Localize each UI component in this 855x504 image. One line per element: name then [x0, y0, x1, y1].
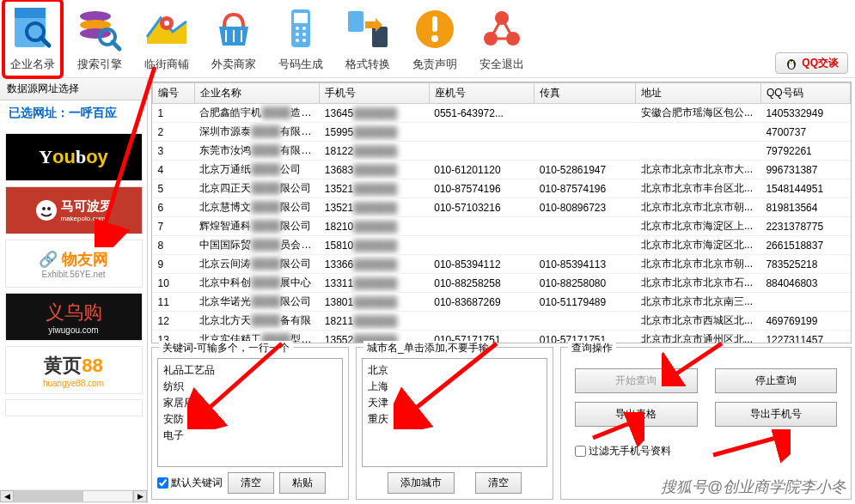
- list-item[interactable]: 礼品工艺品: [162, 362, 339, 379]
- add-city-button[interactable]: 添加城市: [388, 472, 455, 494]
- tool-format-convert[interactable]: 格式转换: [342, 3, 394, 74]
- toolbar-label: 号码生成: [278, 57, 323, 72]
- column-header[interactable]: 编号: [153, 83, 195, 104]
- svg-point-35: [790, 61, 791, 63]
- toolbar-label: 企业名录: [10, 57, 55, 72]
- svg-rect-23: [372, 27, 388, 47]
- tool-disclaimer[interactable]: 免责声明: [409, 3, 461, 74]
- svg-point-21: [302, 39, 306, 42]
- main-toolbar: 企业名录 搜索引擎 临街商铺 外卖商家 号码生成 格式转换 免责声明: [0, 0, 855, 78]
- filter-no-phone-checkbox[interactable]: 过滤无手机号资料: [566, 444, 846, 458]
- default-keywords-checkbox[interactable]: 默认关键词: [157, 476, 223, 490]
- tool-takeout-merchants[interactable]: 外卖商家: [208, 3, 260, 74]
- sidebar-scrollbar[interactable]: ◀ ▶: [0, 489, 147, 503]
- keywords-listbox[interactable]: 礼品工艺品纺织家居用品安防电子: [157, 358, 343, 467]
- toolbar-label: 免责声明: [412, 57, 457, 72]
- exit-icon: [478, 5, 526, 53]
- list-item[interactable]: 天津: [366, 395, 543, 411]
- toolbar-label: 搜索引擎: [77, 57, 122, 72]
- table-row[interactable]: 10北京中科创████展中心13311██████010-88258258010…: [153, 274, 851, 293]
- svg-point-16: [296, 27, 299, 30]
- svg-line-8: [113, 42, 119, 49]
- phone-icon: [277, 5, 325, 53]
- source-huangye88[interactable]: 黄页88huangye88.com: [5, 346, 143, 394]
- toolbar-label: 格式转换: [345, 57, 390, 72]
- table-row[interactable]: 6北京慧博文████限公司13521██████010-57103216010-…: [153, 198, 851, 217]
- table-row[interactable]: 3东莞市汝鸿████有限公司18122██████79792261: [153, 142, 851, 161]
- start-query-button[interactable]: 开始查询: [575, 368, 698, 393]
- scroll-right-icon[interactable]: ▶: [133, 490, 147, 502]
- toolbar-label: 外卖商家: [211, 57, 256, 72]
- table-row[interactable]: 11北京华诺光████限公司13801██████010-83687269010…: [153, 293, 851, 312]
- column-header[interactable]: 座机号: [429, 83, 534, 104]
- svg-rect-25: [432, 16, 437, 32]
- table-row[interactable]: 5北京四正天████限公司13521██████010-87574196010-…: [153, 179, 851, 198]
- content-area: 编号企业名称手机号座机号传真地址QQ号码 1合肥鑫皓宇机████造有限...13…: [148, 78, 855, 503]
- table-row[interactable]: 1合肥鑫皓宇机████造有限...13645██████0551-643972.…: [153, 104, 851, 123]
- source-more[interactable]: [5, 399, 143, 416]
- column-header[interactable]: 传真: [534, 83, 636, 104]
- stack-search-icon: [76, 5, 124, 53]
- svg-point-40: [47, 207, 51, 210]
- scroll-left-icon[interactable]: ◀: [0, 490, 14, 502]
- source-yiwugou[interactable]: 义乌购yiwugou.com: [5, 293, 143, 341]
- qq-chat-button[interactable]: QQ交谈: [775, 52, 848, 74]
- tool-search-engine[interactable]: 搜索引擎: [74, 3, 125, 74]
- clear-cities-button[interactable]: 清空: [475, 472, 522, 494]
- table-row[interactable]: 9北京云间涛████限公司13366██████010-85394112010-…: [153, 255, 851, 274]
- list-item[interactable]: 重庆: [366, 411, 543, 428]
- list-item[interactable]: 安防: [162, 411, 339, 428]
- column-header[interactable]: 企业名称: [194, 83, 319, 104]
- tool-safe-exit[interactable]: 安全退出: [476, 3, 528, 74]
- tool-street-shops[interactable]: 临街商铺: [141, 3, 192, 74]
- cities-listbox[interactable]: 北京上海天津重庆: [362, 358, 547, 467]
- tool-number-generate[interactable]: 号码生成: [275, 3, 327, 74]
- list-item[interactable]: 纺织: [162, 379, 339, 395]
- export-table-button[interactable]: 导出表格: [575, 402, 698, 427]
- panel-title: 查询操作: [568, 341, 616, 355]
- sidebar-header: 数据源网址选择: [0, 78, 147, 100]
- svg-rect-22: [348, 11, 363, 32]
- source-list: Youboy 马可波罗makepolo.com 🔗 物友网Exhibit.56Y…: [0, 126, 147, 489]
- toolbar-label: 临街商铺: [144, 57, 189, 72]
- svg-point-34: [789, 62, 794, 69]
- tool-enterprise-directory[interactable]: 企业名录: [2, 0, 64, 79]
- panel-title: 城市名_单击添加,不要手输: [363, 341, 492, 355]
- svg-point-36: [792, 61, 794, 63]
- svg-point-10: [164, 21, 169, 26]
- svg-point-39: [42, 207, 46, 210]
- source-56ye[interactable]: 🔗 物友网Exhibit.56YE.net: [5, 240, 143, 288]
- basket-icon: [210, 5, 258, 53]
- clear-keywords-button[interactable]: 清空: [228, 472, 274, 494]
- table-row[interactable]: 12北京北方天████备有限18211██████北京市北京市西城区北...46…: [153, 312, 851, 331]
- list-item[interactable]: 家居用品: [162, 395, 339, 411]
- svg-rect-15: [294, 13, 308, 23]
- column-header[interactable]: 手机号: [320, 83, 429, 104]
- table-row[interactable]: 4北京万通纸████公司13683██████010-61201120010-5…: [153, 161, 851, 179]
- export-phone-button[interactable]: 导出手机号: [715, 402, 838, 427]
- table-row[interactable]: 7辉煌智通科████限公司18210██████北京市北京市海淀区上...223…: [153, 217, 851, 236]
- column-header[interactable]: 地址: [636, 83, 760, 104]
- svg-point-26: [431, 35, 438, 42]
- document-search-icon: [9, 5, 57, 53]
- svg-point-18: [296, 33, 299, 36]
- source-youboy[interactable]: Youboy: [5, 133, 143, 181]
- svg-point-37: [791, 63, 793, 64]
- table-row[interactable]: 2深圳市源泰████有限公司15995██████4700737: [153, 123, 851, 142]
- list-item[interactable]: 电子: [162, 428, 339, 444]
- list-item[interactable]: 北京: [366, 362, 543, 379]
- svg-point-19: [302, 33, 306, 36]
- results-grid[interactable]: 编号企业名称手机号座机号传真地址QQ号码 1合肥鑫皓宇机████造有限...13…: [151, 82, 852, 343]
- toolbar-label: 安全退出: [479, 57, 524, 72]
- keywords-panel: 关键词-可输多个，一行一个 礼品工艺品纺织家居用品安防电子 默认关键词 清空 粘…: [151, 347, 349, 500]
- cities-panel: 城市名_单击添加,不要手输 北京上海天津重庆 添加城市 清空: [356, 347, 553, 500]
- table-row[interactable]: 8中国国际贸████员会机械...15810██████北京市北京市海淀区北..…: [153, 236, 851, 255]
- stop-query-button[interactable]: 停止查询: [715, 368, 838, 393]
- watermark: 搜狐号@创业商学院李小冬: [661, 477, 846, 497]
- column-header[interactable]: QQ号码: [760, 83, 850, 104]
- paste-keywords-button[interactable]: 粘贴: [279, 472, 326, 494]
- map-pin-icon: [143, 5, 191, 53]
- svg-point-38: [36, 200, 57, 221]
- list-item[interactable]: 上海: [366, 379, 543, 395]
- source-makepolo[interactable]: 马可波罗makepolo.com: [5, 186, 143, 234]
